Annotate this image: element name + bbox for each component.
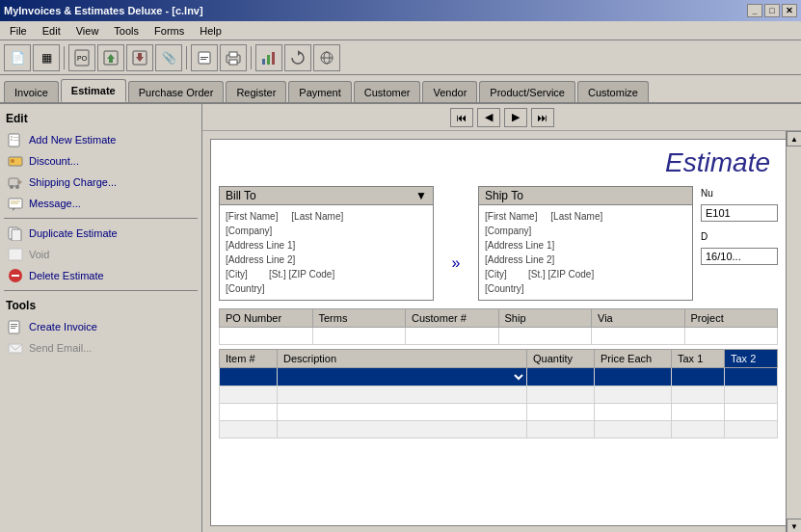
bill-to-box: Bill To ▼ [First Name] [Last Name] [Comp… bbox=[219, 186, 434, 301]
tab-customize[interactable]: Customize bbox=[577, 81, 649, 102]
date-field[interactable]: 16/10... bbox=[701, 248, 778, 265]
item-row-1 bbox=[220, 368, 778, 386]
description-cell-4[interactable] bbox=[278, 421, 527, 439]
toolbar-chart-btn[interactable] bbox=[255, 44, 282, 71]
description-cell-3[interactable] bbox=[278, 404, 527, 421]
shipping-icon bbox=[8, 174, 23, 190]
sidebar-item-shipping[interactable]: Shipping Charge... bbox=[4, 172, 198, 193]
tax2-cell-4[interactable] bbox=[725, 421, 778, 439]
menu-edit[interactable]: Edit bbox=[37, 24, 67, 38]
bill-to-header: Bill To ▼ bbox=[220, 187, 433, 205]
toolbar-new-btn[interactable]: 📄 bbox=[4, 44, 31, 71]
nav-next-btn[interactable]: ▶ bbox=[504, 108, 527, 127]
sidebar-item-discount[interactable]: Discount... bbox=[4, 150, 198, 172]
item-num-header: Item # bbox=[220, 350, 278, 368]
description-cell-2[interactable] bbox=[278, 386, 527, 404]
tax1-cell-2[interactable] bbox=[672, 386, 725, 404]
item-num-cell-4[interactable] bbox=[220, 421, 278, 439]
tax1-cell-3[interactable] bbox=[672, 404, 725, 421]
sidebar-item-send-email[interactable]: Send Email... bbox=[4, 337, 198, 359]
menu-view[interactable]: View bbox=[70, 24, 105, 38]
tab-purchase-order[interactable]: Purchase Order bbox=[128, 81, 225, 102]
terms-cell[interactable] bbox=[312, 328, 406, 345]
toolbar-print-preview-btn[interactable] bbox=[191, 44, 218, 71]
toolbar-web-btn[interactable] bbox=[313, 44, 340, 71]
via-cell[interactable] bbox=[592, 328, 685, 345]
tax1-cell-1[interactable] bbox=[672, 368, 725, 386]
sidebar-item-message[interactable]: Message... bbox=[4, 193, 198, 214]
toolbar-sep-1 bbox=[64, 46, 65, 69]
price-cell-4[interactable] bbox=[595, 421, 672, 439]
bill-to-content: [First Name] [Last Name] [Company] [Addr… bbox=[220, 205, 433, 300]
price-cell-1[interactable] bbox=[595, 368, 672, 386]
tab-product-service[interactable]: Product/Service bbox=[479, 81, 575, 102]
price-cell-2[interactable] bbox=[595, 386, 672, 404]
maximize-button[interactable]: □ bbox=[764, 4, 780, 17]
items-grid: Item # Description Quantity Price Each T… bbox=[219, 349, 778, 439]
menu-bar: File Edit View Tools Forms Help bbox=[0, 21, 801, 40]
minimize-button[interactable]: _ bbox=[747, 4, 762, 17]
item-row-4 bbox=[220, 421, 778, 439]
sidebar-item-add-new-estimate[interactable]: Add New Estimate bbox=[4, 129, 198, 150]
item-row-2 bbox=[220, 386, 778, 404]
nav-prev-btn[interactable]: ◀ bbox=[477, 108, 500, 127]
tab-register[interactable]: Register bbox=[226, 81, 286, 102]
item-row-3 bbox=[220, 404, 778, 421]
tab-customer[interactable]: Customer bbox=[354, 81, 421, 102]
toolbar-import-btn[interactable] bbox=[97, 44, 124, 71]
description-dropdown-1[interactable] bbox=[278, 368, 526, 386]
toolbar-grid-btn[interactable]: ▦ bbox=[33, 44, 60, 71]
ship-cell[interactable] bbox=[498, 328, 592, 345]
delete-icon bbox=[8, 268, 23, 283]
bill-to-dropdown-icon[interactable]: ▼ bbox=[415, 189, 427, 202]
sidebar-item-delete[interactable]: Delete Estimate bbox=[4, 265, 198, 286]
toolbar-print-btn[interactable] bbox=[220, 44, 247, 71]
terms-header: Terms bbox=[312, 309, 406, 328]
toolbar-attach-btn[interactable]: 📎 bbox=[155, 44, 182, 71]
menu-tools[interactable]: Tools bbox=[108, 24, 145, 38]
project-cell[interactable] bbox=[684, 328, 778, 345]
toolbar-po-btn[interactable]: PO bbox=[68, 44, 95, 71]
nav-last-btn[interactable]: ⏭ bbox=[531, 108, 554, 127]
tax2-cell-1[interactable] bbox=[725, 368, 778, 386]
item-num-cell-1[interactable] bbox=[220, 368, 278, 386]
number-field[interactable]: E101 bbox=[701, 204, 778, 222]
po-number-header: PO Number bbox=[220, 309, 313, 328]
quantity-cell-4[interactable] bbox=[527, 421, 595, 439]
tab-estimate[interactable]: Estimate bbox=[61, 79, 126, 102]
price-cell-3[interactable] bbox=[595, 404, 672, 421]
menu-forms[interactable]: Forms bbox=[148, 24, 190, 38]
item-num-cell-3[interactable] bbox=[220, 404, 278, 421]
sidebar-item-void[interactable]: Void bbox=[4, 244, 198, 265]
close-button[interactable]: ✕ bbox=[782, 4, 797, 17]
tax1-cell-4[interactable] bbox=[672, 421, 725, 439]
scroll-up-btn[interactable]: ▲ bbox=[787, 131, 801, 146]
toolbar-sep-2 bbox=[186, 46, 187, 69]
menu-help[interactable]: Help bbox=[194, 24, 227, 38]
tab-payment[interactable]: Payment bbox=[288, 81, 351, 102]
description-cell-1[interactable] bbox=[278, 368, 527, 386]
tools-section-title: Tools bbox=[4, 295, 198, 316]
nav-first-btn[interactable]: ⏮ bbox=[450, 108, 473, 127]
sidebar-item-duplicate[interactable]: Duplicate Estimate bbox=[4, 223, 198, 244]
quantity-cell-1[interactable] bbox=[527, 368, 595, 386]
tax2-cell-3[interactable] bbox=[725, 404, 778, 421]
toolbar-refresh-btn[interactable] bbox=[284, 44, 311, 71]
po-number-cell[interactable] bbox=[220, 328, 313, 345]
toolbar-export-btn[interactable] bbox=[126, 44, 153, 71]
customer-num-cell[interactable] bbox=[406, 328, 499, 345]
copy-address-btn[interactable]: » bbox=[441, 186, 470, 301]
quantity-cell-3[interactable] bbox=[527, 404, 595, 421]
tax2-header: Tax 2 bbox=[725, 350, 778, 368]
vertical-scrollbar[interactable]: ▲ ▼ bbox=[786, 131, 801, 532]
quantity-cell-2[interactable] bbox=[527, 386, 595, 404]
scroll-track[interactable] bbox=[787, 146, 801, 519]
sidebar-item-create-invoice[interactable]: Create Invoice bbox=[4, 316, 198, 337]
svg-point-28 bbox=[10, 185, 13, 189]
tax2-cell-2[interactable] bbox=[725, 386, 778, 404]
scroll-down-btn[interactable]: ▼ bbox=[787, 519, 801, 532]
tab-invoice[interactable]: Invoice bbox=[4, 81, 59, 102]
menu-file[interactable]: File bbox=[4, 24, 33, 38]
item-num-cell-2[interactable] bbox=[220, 386, 278, 404]
tab-vendor[interactable]: Vendor bbox=[422, 81, 477, 102]
